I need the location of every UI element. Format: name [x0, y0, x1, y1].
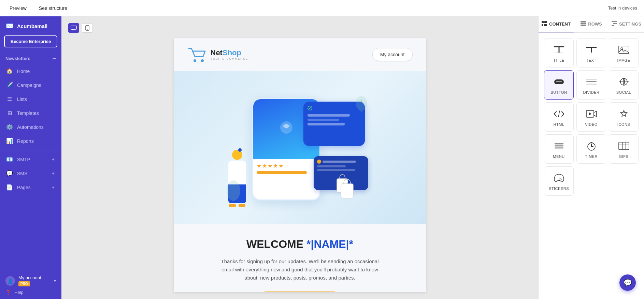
stickers-block-icon	[552, 171, 567, 184]
social-icon	[618, 77, 630, 87]
content-block-icons[interactable]: ICONS	[609, 102, 639, 132]
content-block-social[interactable]: SOCIAL	[609, 70, 639, 100]
plant-right-icon	[355, 95, 368, 114]
email-body-text: Thanks for signing up for our updates. W…	[215, 257, 385, 282]
stickers-icon	[553, 173, 565, 183]
content-block-gifs[interactable]: GIFS	[609, 134, 639, 164]
video-block-label: VIDEO	[585, 122, 598, 126]
timer-icon	[585, 141, 598, 151]
sidebar-pages-label: Pages	[17, 185, 31, 190]
my-account-button[interactable]: 👤 My account PRO ▾	[5, 275, 56, 286]
menu-block-label: MENU	[553, 154, 564, 159]
mobile-view-button[interactable]	[82, 23, 93, 33]
content-block-menu[interactable]: MENU	[544, 134, 574, 164]
text-icon	[585, 45, 598, 55]
reports-icon: 📊	[6, 138, 13, 144]
stickers-block-label: STICKERS	[549, 186, 569, 191]
plant-left	[225, 179, 242, 204]
main-layout: ✉️ Acumbamail Become Enterprise Newslett…	[0, 16, 644, 299]
email-welcome-text: WELCOME *|NAME|*	[194, 238, 406, 251]
tab-preview[interactable]: Preview	[7, 4, 29, 12]
sidebar-item-smtp[interactable]: 📧 SMTP ＋	[0, 152, 61, 166]
right-panel: CONTENT ROWS	[538, 16, 644, 299]
svg-rect-19	[542, 24, 543, 26]
email-header: NetShop YOUR E-COMMERCE My account	[174, 38, 426, 71]
sidebar-item-home[interactable]: 🏠 Home	[0, 64, 61, 78]
sidebar-item-templates[interactable]: ⊞ Templates	[0, 106, 61, 120]
mobile-icon	[85, 25, 89, 31]
text-block-label: TEXT	[586, 58, 596, 62]
content-block-title[interactable]: TITLE	[544, 38, 574, 68]
button-icon	[553, 77, 565, 87]
content-block-button[interactable]: BUTTON	[544, 70, 574, 100]
become-enterprise-button[interactable]: Become Enterprise	[4, 35, 57, 47]
tab-settings[interactable]: SETTINGS	[609, 16, 644, 32]
content-block-stickers[interactable]: STICKERS	[544, 166, 574, 196]
gifs-icon	[618, 141, 630, 151]
title-block-label: TITLE	[553, 58, 564, 62]
tab-rows[interactable]: ROWS	[574, 16, 609, 32]
content-block-image[interactable]: IMAGE	[609, 38, 639, 68]
content-block-video[interactable]: VIDEO	[576, 102, 606, 132]
email-content-section: WELCOME *|NAME|* Thanks for signing up f…	[174, 224, 426, 292]
timer-block-icon	[584, 139, 599, 152]
sidebar-item-reports[interactable]: 📊 Reports	[0, 134, 61, 148]
sidebar-item-lists[interactable]: ☰ Lists	[0, 92, 61, 106]
card-line-5	[317, 165, 346, 167]
collapse-newsletters-icon[interactable]: −	[52, 55, 56, 62]
email-hero-image: ★★★★★	[187, 85, 413, 214]
shopping-bags	[334, 172, 355, 200]
card-dot	[317, 160, 321, 164]
html-icon	[553, 109, 565, 119]
email-cta-button[interactable]: START SHOPPING	[257, 291, 343, 292]
plant-right	[355, 95, 368, 115]
content-block-html[interactable]: HTML	[544, 102, 574, 132]
desktop-icon	[71, 26, 77, 30]
sms-expand-icon: ＋	[51, 170, 55, 176]
checkmark-icon	[307, 106, 312, 110]
icons-block-label: ICONS	[617, 122, 630, 126]
canvas-area: NetShop YOUR E-COMMERCE My account	[61, 16, 538, 299]
content-block-timer[interactable]: TIMER	[576, 134, 606, 164]
svg-rect-24	[612, 21, 617, 22]
svg-rect-25	[613, 23, 617, 24]
hero-phone-content: ★★★★★	[253, 159, 319, 179]
sidebar-smtp-label: SMTP	[17, 157, 30, 162]
social-block-label: SOCIAL	[616, 90, 631, 94]
social-block-icon	[616, 75, 631, 88]
chat-bubble-button[interactable]: 💬	[619, 274, 636, 291]
test-devices-link[interactable]: Test in devices	[608, 5, 637, 11]
sidebar-item-pages[interactable]: 📄 Pages ＋	[0, 180, 61, 194]
account-info: My account PRO	[18, 275, 51, 286]
smtp-expand-icon: ＋	[51, 156, 55, 162]
rows-icon	[581, 21, 586, 26]
sidebar-item-sms[interactable]: 💬 SMS ＋	[0, 166, 61, 180]
svg-rect-26	[612, 25, 614, 26]
svg-rect-23	[581, 25, 586, 26]
email-hero: ★★★★★	[174, 71, 426, 224]
settings-icon	[612, 21, 617, 26]
video-block-icon	[584, 107, 599, 120]
help-link[interactable]: ❓ Help	[5, 286, 56, 295]
card-line-2	[307, 119, 340, 121]
desktop-view-button[interactable]	[68, 23, 79, 33]
svg-point-6	[194, 59, 196, 62]
sidebar-item-campaigns-label: Campaigns	[17, 83, 41, 88]
gifs-block-label: GIFS	[619, 154, 629, 159]
automations-icon: ⚙️	[6, 124, 13, 130]
sidebar-item-campaigns[interactable]: ✈️ Campaigns	[0, 78, 61, 92]
pages-expand-icon: ＋	[51, 184, 55, 190]
content-block-text[interactable]: TEXT	[576, 38, 606, 68]
hero-stars: ★★★★★	[257, 163, 316, 169]
sidebar-logo-text: Acumbamail	[17, 23, 47, 29]
tab-structure[interactable]: See structure	[36, 4, 70, 12]
tab-content[interactable]: CONTENT	[539, 16, 574, 32]
sidebar-item-automations[interactable]: ⚙️ Automations	[0, 120, 61, 134]
content-block-divider[interactable]: DIVIDER	[576, 70, 606, 100]
card-line-3	[307, 123, 345, 125]
svg-line-41	[558, 111, 560, 117]
email-my-account-button[interactable]: My account	[372, 48, 413, 61]
svg-marker-44	[620, 110, 627, 117]
home-icon: 🏠	[6, 68, 13, 74]
sidebar-logo: ✉️ Acumbamail	[0, 16, 61, 35]
